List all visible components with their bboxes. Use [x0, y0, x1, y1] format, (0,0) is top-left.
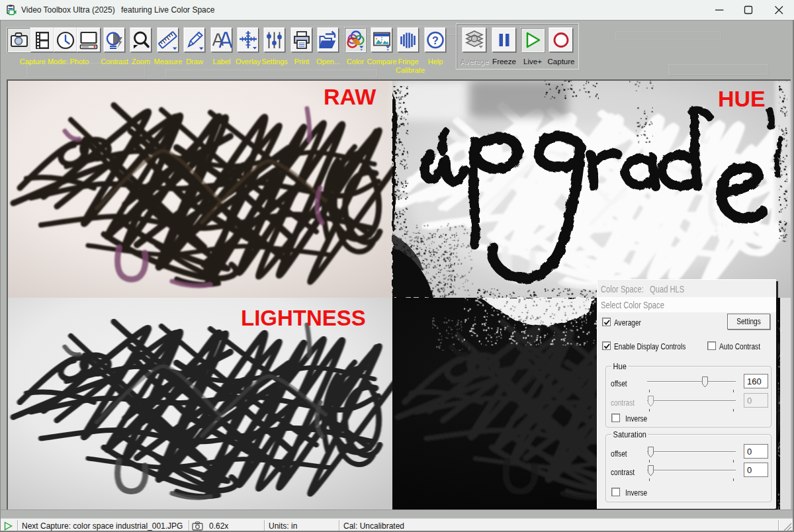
svg-text:RAW: RAW	[324, 84, 376, 109]
svg-text:?: ?	[432, 35, 439, 46]
svg-text:HUE: HUE	[718, 86, 766, 111]
svg-text:LIGHTNESS: LIGHTNESS	[241, 306, 366, 330]
